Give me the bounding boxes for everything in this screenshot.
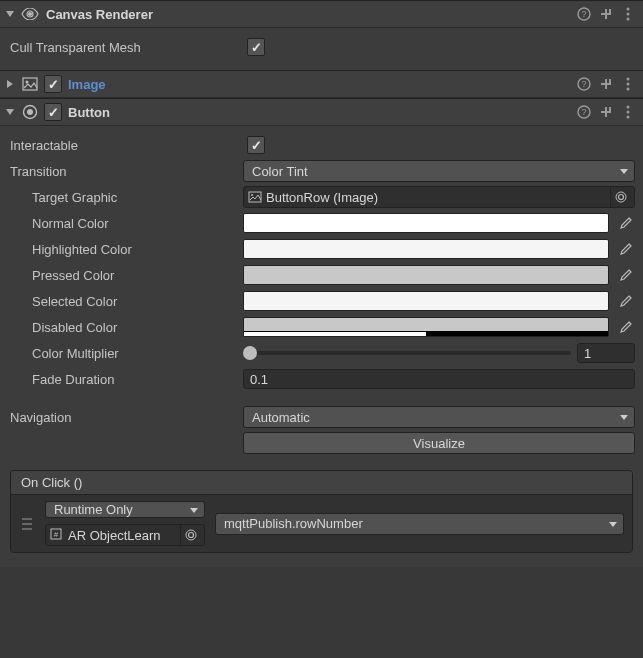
event-title: On Click () [11, 471, 632, 495]
svg-point-7 [627, 13, 630, 16]
component-title[interactable]: Image [68, 77, 571, 92]
help-icon[interactable]: ? [575, 75, 593, 93]
help-icon[interactable]: ? [575, 5, 593, 23]
drag-handle-icon[interactable] [19, 516, 35, 532]
svg-point-30 [251, 194, 253, 196]
preset-icon[interactable] [597, 75, 615, 93]
fade-duration-row: Fade Duration 0.1 [8, 366, 635, 392]
target-graphic-row: Target Graphic ButtonRow (Image) [8, 184, 635, 210]
svg-text:?: ? [581, 79, 586, 89]
normal-color-field[interactable] [243, 213, 609, 233]
event-target-field[interactable]: # AR ObjectLearn [45, 524, 205, 546]
preset-icon[interactable] [597, 5, 615, 23]
highlighted-color-field[interactable] [243, 239, 609, 259]
svg-point-26 [627, 106, 630, 109]
svg-rect-5 [609, 9, 611, 13]
cull-transparent-mesh-checkbox[interactable] [247, 38, 265, 56]
button-type-icon [20, 102, 40, 122]
color-multiplier-slider[interactable] [243, 343, 571, 363]
foldout-arrow-icon[interactable] [4, 106, 16, 118]
disabled-color-row: Disabled Color [8, 314, 635, 340]
normal-color-row: Normal Color [8, 210, 635, 236]
disabled-color-field[interactable] [243, 317, 609, 337]
button-enabled-checkbox[interactable] [44, 103, 62, 121]
menu-icon[interactable] [619, 75, 637, 93]
field-label: Cull Transparent Mesh [8, 40, 243, 55]
call-state-dropdown[interactable]: Runtime Only [45, 501, 205, 518]
selected-color-field[interactable] [243, 291, 609, 311]
component-title: Canvas Renderer [46, 7, 571, 22]
field-label: Highlighted Color [30, 242, 243, 257]
image-component: Image ? [0, 70, 643, 98]
field-label: Color Multiplier [30, 346, 243, 361]
navigation-row: Navigation Automatic [8, 404, 635, 430]
transition-dropdown[interactable]: Color Tint [243, 160, 635, 182]
svg-text:?: ? [581, 9, 586, 19]
svg-rect-24 [605, 107, 607, 117]
visibility-icon [20, 4, 40, 24]
object-picker-icon[interactable] [610, 187, 630, 207]
highlighted-color-row: Highlighted Color [8, 236, 635, 262]
svg-rect-35 [22, 528, 32, 530]
help-icon[interactable]: ? [575, 103, 593, 121]
field-label: Disabled Color [30, 320, 243, 335]
svg-point-20 [27, 109, 33, 115]
svg-point-8 [627, 18, 630, 21]
script-icon: # [50, 528, 64, 542]
field-label: Navigation [8, 410, 243, 425]
visualize-row: Visualize [8, 430, 635, 456]
color-multiplier-row: Color Multiplier 1 [8, 340, 635, 366]
eyedropper-icon[interactable] [615, 239, 635, 259]
svg-text:#: # [54, 530, 59, 539]
svg-point-32 [616, 192, 626, 202]
slider-thumb[interactable] [243, 346, 257, 360]
field-label: Pressed Color [30, 268, 243, 283]
object-field-value: ButtonRow (Image) [266, 190, 606, 205]
foldout-arrow-icon[interactable] [4, 8, 16, 20]
component-header[interactable]: Button ? [0, 98, 643, 126]
eyedropper-icon[interactable] [615, 213, 635, 233]
svg-rect-34 [22, 523, 32, 525]
eyedropper-icon[interactable] [615, 291, 635, 311]
image-enabled-checkbox[interactable] [44, 75, 62, 93]
component-header[interactable]: Canvas Renderer ? [0, 0, 643, 28]
svg-point-38 [188, 533, 193, 538]
eyedropper-icon[interactable] [615, 317, 635, 337]
field-label: Target Graphic [30, 190, 243, 205]
svg-point-31 [618, 195, 623, 200]
component-body: Cull Transparent Mesh [0, 28, 643, 70]
image-icon [20, 74, 40, 94]
navigation-dropdown[interactable]: Automatic [243, 406, 635, 428]
menu-icon[interactable] [619, 103, 637, 121]
canvas-renderer-component: Canvas Renderer ? Cull Transparent Mesh [0, 0, 643, 70]
field-label: Transition [8, 164, 243, 179]
fade-duration-value[interactable]: 0.1 [243, 369, 635, 389]
foldout-arrow-icon[interactable] [4, 78, 16, 90]
field-label: Normal Color [30, 216, 243, 231]
visualize-button[interactable]: Visualize [243, 432, 635, 454]
interactable-checkbox[interactable] [247, 136, 265, 154]
pressed-color-row: Pressed Color [8, 262, 635, 288]
svg-rect-15 [609, 79, 611, 83]
selected-color-row: Selected Color [8, 288, 635, 314]
button-component: Button ? Interactable Transition Color T… [0, 98, 643, 567]
svg-point-0 [28, 12, 32, 16]
preset-icon[interactable] [597, 103, 615, 121]
svg-rect-14 [605, 79, 607, 89]
dropdown-value: Runtime Only [54, 502, 133, 517]
component-header[interactable]: Image ? [0, 70, 643, 98]
onclick-event-box: On Click () Runtime Only # [10, 470, 633, 553]
color-multiplier-value[interactable]: 1 [577, 343, 635, 363]
menu-icon[interactable] [619, 5, 637, 23]
svg-rect-33 [22, 518, 32, 520]
object-picker-icon[interactable] [180, 525, 200, 545]
svg-point-10 [26, 81, 29, 84]
svg-rect-25 [609, 107, 611, 111]
pressed-color-field[interactable] [243, 265, 609, 285]
target-graphic-field[interactable]: ButtonRow (Image) [243, 186, 635, 208]
method-dropdown[interactable]: mqttPublish.rowNumber [215, 513, 624, 535]
eyedropper-icon[interactable] [615, 265, 635, 285]
image-icon [248, 190, 262, 204]
interactable-row: Interactable [8, 132, 635, 158]
component-title: Button [68, 105, 571, 120]
